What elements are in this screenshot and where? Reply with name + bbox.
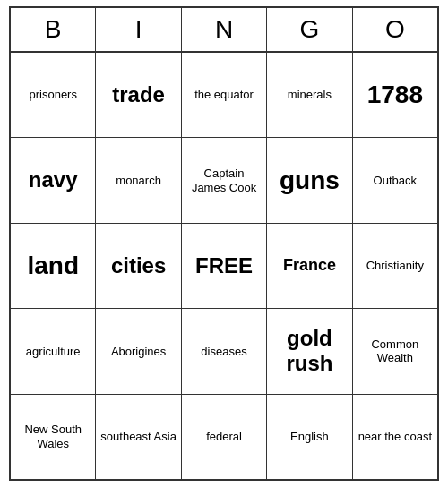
bingo-cell-r3-c3: gold rush xyxy=(267,309,352,393)
bingo-cell-r2-c1: cities xyxy=(96,224,181,308)
bingo-cell-r1-c2: Captain James Cook xyxy=(182,138,267,222)
bingo-cell-r1-c0: navy xyxy=(11,138,96,222)
bingo-cell-r2-c0: land xyxy=(11,224,96,308)
bingo-row-3: agricultureAboriginesdiseasesgold rushCo… xyxy=(11,309,437,394)
bingo-cell-r1-c3: guns xyxy=(267,138,352,222)
header-letter-i: I xyxy=(96,8,181,51)
bingo-header: BINGO xyxy=(11,8,437,53)
header-letter-g: G xyxy=(267,8,352,51)
bingo-cell-r4-c4: near the coast xyxy=(353,395,437,479)
bingo-row-2: landcitiesFREEFranceChristianity xyxy=(11,224,437,309)
bingo-card: BINGO prisonerstradethe equatorminerals1… xyxy=(9,6,439,481)
bingo-cell-r2-c3: France xyxy=(267,224,352,308)
bingo-cell-r0-c3: minerals xyxy=(267,53,352,137)
bingo-cell-r3-c2: diseases xyxy=(182,309,267,393)
bingo-cell-r4-c2: federal xyxy=(182,395,267,479)
bingo-row-0: prisonerstradethe equatorminerals1788 xyxy=(11,53,437,138)
bingo-cell-r0-c4: 1788 xyxy=(353,53,437,137)
bingo-cell-r1-c4: Outback xyxy=(353,138,437,222)
header-letter-b: B xyxy=(11,8,96,51)
bingo-cell-r4-c1: southeast Asia xyxy=(96,395,181,479)
header-letter-o: O xyxy=(353,8,437,51)
bingo-body: prisonerstradethe equatorminerals1788nav… xyxy=(11,53,437,479)
bingo-cell-r0-c1: trade xyxy=(96,53,181,137)
bingo-cell-r4-c0: New South Wales xyxy=(11,395,96,479)
bingo-cell-r3-c0: agriculture xyxy=(11,309,96,393)
bingo-cell-r4-c3: English xyxy=(267,395,352,479)
header-letter-n: N xyxy=(182,8,267,51)
bingo-cell-r2-c2: FREE xyxy=(182,224,267,308)
bingo-cell-r0-c2: the equator xyxy=(182,53,267,137)
bingo-cell-r3-c1: Aborigines xyxy=(96,309,181,393)
bingo-cell-r3-c4: Common Wealth xyxy=(353,309,437,393)
bingo-cell-r2-c4: Christianity xyxy=(353,224,437,308)
bingo-row-1: navymonarchCaptain James CookgunsOutback xyxy=(11,138,437,223)
bingo-row-4: New South Walessoutheast AsiafederalEngl… xyxy=(11,395,437,479)
bingo-cell-r1-c1: monarch xyxy=(96,138,181,222)
bingo-cell-r0-c0: prisoners xyxy=(11,53,96,137)
